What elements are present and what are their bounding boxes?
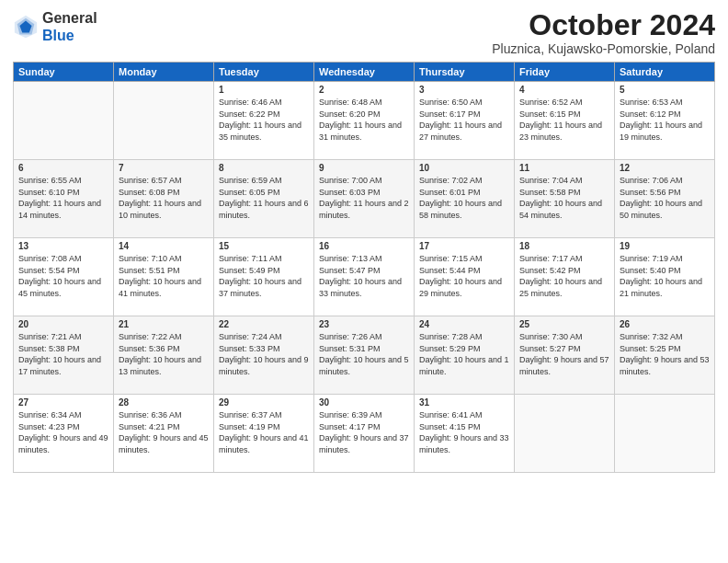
logo: General Blue — [13, 9, 97, 44]
day-number: 7 — [119, 163, 209, 173]
day-number: 3 — [419, 85, 509, 95]
sunset: Sunset: 5:47 PM — [319, 266, 381, 275]
day-number: 24 — [419, 319, 509, 329]
daylight: Daylight: 11 hours and 10 minutes. — [119, 199, 201, 220]
cell-content: Sunrise: 6:39 AMSunset: 4:17 PMDaylight:… — [319, 409, 409, 455]
month-title: October 2024 — [492, 9, 715, 41]
sunrise: Sunrise: 7:19 AM — [620, 254, 683, 263]
table-row: 7Sunrise: 6:57 AMSunset: 6:08 PMDaylight… — [114, 160, 214, 238]
sunset: Sunset: 6:10 PM — [18, 188, 80, 197]
cell-content: Sunrise: 6:55 AMSunset: 6:10 PMDaylight:… — [18, 175, 108, 221]
sunset: Sunset: 5:29 PM — [419, 344, 481, 353]
sunset: Sunset: 5:40 PM — [620, 266, 681, 275]
cell-content: Sunrise: 6:37 AMSunset: 4:19 PMDaylight:… — [219, 409, 309, 455]
day-number: 17 — [419, 241, 509, 251]
day-number: 2 — [319, 85, 409, 95]
calendar-table: Sunday Monday Tuesday Wednesday Thursday… — [13, 62, 715, 473]
table-row: 12Sunrise: 7:06 AMSunset: 5:56 PMDayligh… — [615, 160, 715, 238]
cell-content: Sunrise: 6:46 AMSunset: 6:22 PMDaylight:… — [219, 97, 309, 143]
table-row: 22Sunrise: 7:24 AMSunset: 5:33 PMDayligh… — [214, 316, 314, 395]
sunrise: Sunrise: 7:15 AM — [419, 254, 483, 263]
table-row: 23Sunrise: 7:26 AMSunset: 5:31 PMDayligh… — [314, 316, 415, 395]
sunrise: Sunrise: 6:59 AM — [219, 176, 282, 185]
daylight: Daylight: 9 hours and 41 minutes. — [219, 433, 309, 454]
cell-content: Sunrise: 7:32 AMSunset: 5:25 PMDaylight:… — [620, 331, 710, 377]
daylight: Daylight: 10 hours and 54 minutes. — [519, 199, 602, 220]
sunset: Sunset: 5:56 PM — [620, 188, 681, 197]
day-number: 5 — [620, 85, 710, 95]
calendar-header: Sunday Monday Tuesday Wednesday Thursday… — [14, 63, 715, 82]
table-row: 31Sunrise: 6:41 AMSunset: 4:15 PMDayligh… — [415, 395, 515, 473]
table-row: 3Sunrise: 6:50 AMSunset: 6:17 PMDaylight… — [415, 82, 515, 160]
day-number: 20 — [18, 319, 108, 329]
day-number: 18 — [519, 241, 609, 251]
table-row: 11Sunrise: 7:04 AMSunset: 5:58 PMDayligh… — [515, 160, 615, 238]
header-tuesday: Tuesday — [214, 63, 314, 82]
daylight: Daylight: 10 hours and 5 minutes. — [319, 355, 409, 376]
cell-content: Sunrise: 6:50 AMSunset: 6:17 PMDaylight:… — [419, 97, 509, 143]
day-number: 16 — [319, 241, 409, 251]
daylight: Daylight: 9 hours and 45 minutes. — [119, 433, 209, 454]
table-row: 15Sunrise: 7:11 AMSunset: 5:49 PMDayligh… — [214, 238, 314, 316]
table-row: 8Sunrise: 6:59 AMSunset: 6:05 PMDaylight… — [214, 160, 314, 238]
day-number: 21 — [119, 319, 209, 329]
sunrise: Sunrise: 6:55 AM — [18, 176, 82, 185]
daylight: Daylight: 9 hours and 49 minutes. — [18, 433, 108, 454]
table-row: 16Sunrise: 7:13 AMSunset: 5:47 PMDayligh… — [314, 238, 415, 316]
daylight: Daylight: 10 hours and 9 minutes. — [219, 355, 309, 376]
sunset: Sunset: 6:22 PM — [219, 109, 280, 119]
sunset: Sunset: 4:23 PM — [18, 422, 80, 431]
daylight: Daylight: 11 hours and 6 minutes. — [219, 199, 309, 220]
sunrise: Sunrise: 7:08 AM — [18, 254, 82, 263]
sunrise: Sunrise: 7:22 AM — [119, 332, 182, 341]
table-row: 20Sunrise: 7:21 AMSunset: 5:38 PMDayligh… — [14, 316, 114, 395]
cell-content: Sunrise: 7:24 AMSunset: 5:33 PMDaylight:… — [219, 331, 309, 377]
cell-content: Sunrise: 7:02 AMSunset: 6:01 PMDaylight:… — [419, 175, 509, 221]
table-row: 29Sunrise: 6:37 AMSunset: 4:19 PMDayligh… — [214, 395, 314, 473]
sunrise: Sunrise: 7:11 AM — [219, 254, 282, 263]
sunrise: Sunrise: 6:41 AM — [419, 410, 483, 419]
cell-content: Sunrise: 6:57 AMSunset: 6:08 PMDaylight:… — [119, 175, 209, 221]
cell-content: Sunrise: 7:19 AMSunset: 5:40 PMDaylight:… — [620, 253, 710, 299]
daylight: Daylight: 11 hours and 31 minutes. — [319, 121, 402, 142]
cell-content: Sunrise: 7:26 AMSunset: 5:31 PMDaylight:… — [319, 331, 409, 377]
sunset: Sunset: 5:25 PM — [620, 344, 681, 353]
daylight: Daylight: 10 hours and 45 minutes. — [18, 277, 101, 298]
daylight: Daylight: 9 hours and 57 minutes. — [519, 355, 609, 376]
cell-content: Sunrise: 6:53 AMSunset: 6:12 PMDaylight:… — [620, 97, 710, 143]
day-number: 13 — [18, 241, 108, 251]
cell-content: Sunrise: 7:10 AMSunset: 5:51 PMDaylight:… — [119, 253, 209, 299]
day-number: 31 — [419, 397, 509, 408]
cell-content: Sunrise: 6:48 AMSunset: 6:20 PMDaylight:… — [319, 97, 409, 143]
sunset: Sunset: 6:08 PM — [119, 188, 180, 197]
table-row: 14Sunrise: 7:10 AMSunset: 5:51 PMDayligh… — [114, 238, 214, 316]
daylight: Daylight: 11 hours and 23 minutes. — [519, 121, 602, 142]
cell-content: Sunrise: 7:04 AMSunset: 5:58 PMDaylight:… — [519, 175, 609, 221]
sunrise: Sunrise: 7:10 AM — [119, 254, 182, 263]
sunrise: Sunrise: 6:46 AM — [219, 98, 282, 107]
table-row: 27Sunrise: 6:34 AMSunset: 4:23 PMDayligh… — [14, 395, 114, 473]
sunrise: Sunrise: 6:39 AM — [319, 410, 382, 419]
sunrise: Sunrise: 7:32 AM — [620, 332, 683, 341]
cell-content: Sunrise: 6:34 AMSunset: 4:23 PMDaylight:… — [18, 409, 108, 455]
sunset: Sunset: 5:42 PM — [519, 266, 581, 275]
daylight: Daylight: 10 hours and 37 minutes. — [219, 277, 301, 298]
table-row: 18Sunrise: 7:17 AMSunset: 5:42 PMDayligh… — [515, 238, 615, 316]
table-row: 6Sunrise: 6:55 AMSunset: 6:10 PMDaylight… — [14, 160, 114, 238]
sunset: Sunset: 5:36 PM — [119, 344, 180, 353]
sunset: Sunset: 5:27 PM — [519, 344, 581, 353]
table-row — [114, 82, 214, 160]
day-number: 1 — [219, 85, 309, 95]
header-monday: Monday — [114, 63, 214, 82]
daylight: Daylight: 11 hours and 35 minutes. — [219, 121, 301, 142]
sunrise: Sunrise: 7:02 AM — [419, 176, 483, 185]
table-row: 25Sunrise: 7:30 AMSunset: 5:27 PMDayligh… — [515, 316, 615, 395]
day-number: 22 — [219, 319, 309, 329]
cell-content: Sunrise: 7:00 AMSunset: 6:03 PMDaylight:… — [319, 175, 409, 221]
sunset: Sunset: 5:33 PM — [219, 344, 280, 353]
day-number: 25 — [519, 319, 609, 329]
daylight: Daylight: 9 hours and 33 minutes. — [419, 433, 509, 454]
day-number: 10 — [419, 163, 509, 173]
sunset: Sunset: 6:01 PM — [419, 188, 481, 197]
sunrise: Sunrise: 7:30 AM — [519, 332, 583, 341]
